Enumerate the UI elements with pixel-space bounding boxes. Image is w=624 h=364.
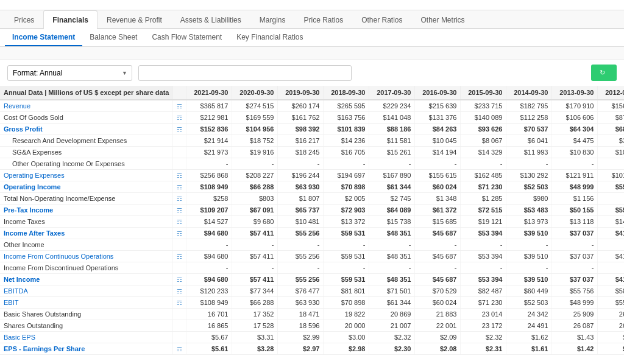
chart-icon-cell [173,262,186,274]
row-value: $21 973 [186,147,232,158]
row-value: - [461,239,506,251]
nav-tab-assets-and-liabilities[interactable]: Assets & Liabilities [171,10,250,29]
nav-tab-other-ratios[interactable]: Other Ratios [352,10,411,29]
row-value: $13 372 [324,216,369,228]
info-bar [0,47,624,60]
chart-icon[interactable]: ☶ [177,172,182,179]
tab-cash-flow-statement[interactable]: Cash Flow Statement [144,29,229,46]
row-value: $104 956 [232,124,278,135]
nav-tab-other-metrics[interactable]: Other Metrics [412,10,474,29]
chart-icon[interactable]: ☶ [177,299,182,306]
row-value: $14 236 [324,135,369,147]
chart-icon-cell[interactable]: ☶ [173,251,186,262]
chart-icon[interactable]: ☶ [177,207,182,214]
chart-icon-cell[interactable]: ☶ [173,228,186,239]
table-row: Other Operating Income Or Expenses------… [0,158,624,170]
row-value: $215 639 [415,100,461,112]
chart-icon-cell[interactable]: ☶ [173,124,186,135]
row-value: $41 733 [598,228,624,239]
view-annual-reports-button[interactable]: ↻ [591,65,617,81]
row-value: 24 342 [506,309,552,320]
chart-icon[interactable]: ☶ [177,103,182,110]
chart-icon-cell[interactable]: ☶ [173,181,186,193]
row-value: $162 485 [461,170,506,181]
chart-icon-cell[interactable]: ☶ [173,100,186,112]
tab-balance-sheet[interactable]: Balance Sheet [82,29,144,46]
row-value: $3.31 [232,332,278,343]
col-header-2014-09-30: 2014-09-30 [506,86,552,100]
format-select-wrapper: Format: Annual Format: Quarterly Format:… [7,65,132,81]
row-value: 23 014 [461,309,506,320]
tab-key-financial-ratios[interactable]: Key Financial Ratios [229,29,310,46]
row-value: $53 394 [461,228,506,239]
row-value: $55 241 [598,297,624,309]
chart-icon[interactable]: ☶ [177,346,182,352]
row-value: $13 973 [506,216,552,228]
chart-icon[interactable]: ☶ [177,288,182,295]
row-value: $39 510 [506,251,552,262]
chart-icon[interactable]: ☶ [177,114,182,121]
table-row: Total Non-Operating Income/Expense☶$258$… [0,193,624,205]
chart-icon-cell [173,320,186,332]
row-value: $48 999 [552,181,598,193]
chart-icon-cell [173,239,186,251]
row-value: 16 865 [186,320,232,332]
row-value: $18 245 [278,147,324,158]
chart-icon-cell[interactable]: ☶ [173,170,186,181]
chart-icon[interactable]: ☶ [177,126,182,133]
row-value: $2.09 [415,332,461,343]
chart-icon-cell[interactable]: ☶ [173,343,186,355]
row-value: $65 737 [278,205,324,216]
nav-tab-price-ratios[interactable]: Price Ratios [294,10,352,29]
row-value: $1.42 [552,343,598,355]
row-value: - [506,262,552,274]
chart-icon[interactable]: ☶ [177,253,182,260]
chart-icon-cell[interactable]: ☶ [173,285,186,297]
row-value: $2.32 [369,332,415,343]
nav-tab-prices[interactable]: Prices [5,10,43,29]
row-value: $208 227 [232,170,278,181]
row-value: 20 869 [369,309,415,320]
row-value: 20 000 [324,320,369,332]
row-value: $163 756 [324,112,369,124]
row-value: $72 515 [461,205,506,216]
chart-icon-cell[interactable]: ☶ [173,216,186,228]
nav-tab-financials[interactable]: Financials [43,10,98,29]
chart-icon[interactable]: ☶ [177,195,182,202]
chart-icon-cell[interactable]: ☶ [173,297,186,309]
chart-icon[interactable]: ☶ [177,276,182,283]
tab-income-statement[interactable]: Income Statement [5,29,82,46]
chart-icon[interactable]: ☶ [177,184,182,191]
row-value: $71 230 [461,181,506,193]
chart-icon-cell[interactable]: ☶ [173,193,186,205]
chart-icon-cell[interactable]: ☶ [173,274,186,285]
chart-icon-cell[interactable]: ☶ [173,112,186,124]
row-label: Basic EPS [0,332,173,343]
chart-icon-cell [173,135,186,147]
format-select[interactable]: Format: Annual Format: Quarterly Format:… [7,65,132,81]
row-value: 21 883 [415,309,461,320]
row-label: Revenue [0,100,173,112]
table-row: Income From Continuous Operations☶$94 68… [0,251,624,262]
row-value: $2 745 [369,193,415,205]
refresh-icon: ↻ [600,69,605,77]
table-row: Other Income----------- [0,239,624,251]
row-value: $48 999 [552,297,598,309]
table-row: Operating Expenses☶$256 868$208 227$196 … [0,170,624,181]
chart-icon-cell[interactable]: ☶ [173,205,186,216]
nav-tab-revenue-and-profit[interactable]: Revenue & Profit [98,10,171,29]
row-value: - [232,239,278,251]
row-value: $1.58 [598,343,624,355]
chart-icon[interactable]: ☶ [177,230,182,237]
chart-icon[interactable]: ☶ [177,219,182,225]
top-nav: PricesFinancialsRevenue & ProfitAssets &… [0,10,624,29]
row-label: Gross Profit [0,124,173,135]
row-label: Net Income [0,274,173,285]
row-value: $121 911 [552,170,598,181]
ticker-search-input[interactable] [138,65,352,81]
row-label: Total Non-Operating Income/Expense [0,193,173,205]
row-value: $5.67 [186,332,232,343]
nav-tab-margins[interactable]: Margins [250,10,295,29]
row-value: - [186,262,232,274]
row-value: $1.61 [506,343,552,355]
